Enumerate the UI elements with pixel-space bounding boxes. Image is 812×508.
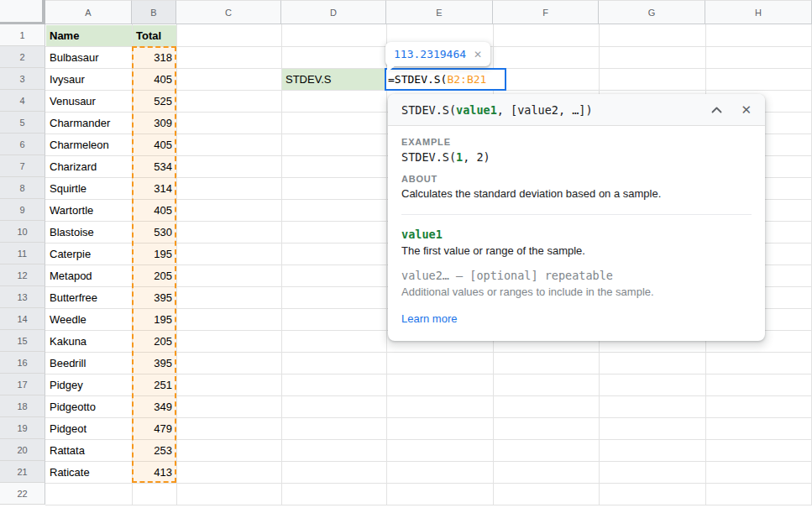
signature-arg1: value1 — [456, 103, 497, 117]
learn-more-link[interactable]: Learn more — [401, 312, 457, 325]
column-header-F[interactable]: F — [493, 0, 599, 24]
param2-name: value2… – [optional] repeatable — [401, 269, 752, 282]
cell-B5[interactable]: 309 — [133, 113, 176, 134]
cell-A14[interactable]: Weedle — [46, 309, 132, 330]
cell-A8[interactable]: Squirtle — [46, 178, 132, 199]
cell-A15[interactable]: Kakuna — [46, 331, 132, 352]
row-header-22[interactable]: 22 — [0, 483, 45, 505]
cell-A5[interactable]: Charmander — [46, 113, 132, 134]
cell-A4[interactable]: Venusaur — [46, 91, 132, 112]
row-header-16[interactable]: 16 — [0, 352, 45, 374]
cell-A3[interactable]: Ivysaur — [46, 69, 132, 90]
cell-A21[interactable]: Raticate — [46, 462, 132, 483]
row-header-15[interactable]: 15 — [0, 330, 45, 352]
cell-A16[interactable]: Beedrill — [46, 353, 132, 374]
cell-A9[interactable]: Wartortle — [46, 200, 132, 221]
formula-range-highlight — [132, 46, 176, 483]
cell-B13[interactable]: 395 — [133, 287, 176, 308]
cell-D3[interactable]: STDEV.S — [282, 69, 386, 90]
column-header-H[interactable]: H — [705, 0, 812, 24]
cell-A12[interactable]: Metapod — [46, 265, 132, 286]
row-header-11[interactable]: 11 — [0, 243, 45, 264]
example-code: STDEV.S(1, 2) — [401, 150, 752, 164]
cell-A1[interactable]: Name — [46, 25, 132, 46]
param2-description: Additional values or ranges to include i… — [401, 285, 752, 298]
cell-B12[interactable]: 205 — [133, 265, 176, 286]
row-header-10[interactable]: 10 — [0, 221, 45, 243]
cell-B18[interactable]: 349 — [133, 396, 176, 417]
column-header-G[interactable]: G — [599, 0, 705, 24]
cell-B15[interactable]: 205 — [133, 331, 176, 352]
cell-A6[interactable]: Charmeleon — [46, 134, 132, 155]
cell-B7[interactable]: 534 — [133, 156, 176, 177]
column-header-B[interactable]: B — [132, 0, 176, 24]
cell-B6[interactable]: 405 — [133, 134, 176, 155]
cell-B3[interactable]: 405 — [133, 69, 176, 90]
row-header-17[interactable]: 17 — [0, 374, 45, 395]
row-header-12[interactable]: 12 — [0, 264, 45, 286]
row-header-20[interactable]: 20 — [0, 439, 45, 461]
spreadsheet-app: { "sheet": { "column_letters": ["A", "B"… — [0, 0, 812, 508]
row-header-4[interactable]: 4 — [0, 90, 45, 112]
cell-B4[interactable]: 525 — [133, 91, 176, 112]
row-header-1[interactable]: 1 — [0, 24, 45, 46]
function-help-popup: STDEV.S(value1, [value2, …]) ✕ EXAMPLE S… — [388, 94, 765, 341]
gridline — [45, 505, 812, 505]
cell-A20[interactable]: Rattata — [46, 440, 132, 461]
cell-B11[interactable]: 195 — [133, 244, 176, 264]
row-header-8[interactable]: 8 — [0, 177, 45, 199]
formula-edit-cell[interactable]: =STDEV.S(B2:B21 — [385, 68, 506, 91]
row-header-2[interactable]: 2 — [0, 46, 45, 68]
row-header-21[interactable]: 21 — [0, 461, 45, 483]
tooltip-close-icon[interactable]: ✕ — [474, 49, 482, 60]
formula-result-value: 113.2319464 — [394, 48, 466, 60]
formula-prefix: =STDEV.S( — [388, 73, 447, 86]
cell-B16[interactable]: 395 — [133, 353, 176, 374]
row-header-3[interactable]: 3 — [0, 68, 45, 90]
about-text: Calculates the standard deviation based … — [401, 187, 752, 200]
cell-B21[interactable]: 413 — [133, 462, 176, 483]
row-header-14[interactable]: 14 — [0, 308, 45, 330]
select-all-corner[interactable] — [0, 0, 45, 24]
row-header-13[interactable]: 13 — [0, 286, 45, 308]
popup-close-icon[interactable]: ✕ — [741, 102, 752, 118]
row-header-6[interactable]: 6 — [0, 134, 45, 155]
column-header-E[interactable]: E — [386, 0, 493, 24]
cell-A2[interactable]: Bulbasaur — [46, 47, 132, 68]
cell-A7[interactable]: Charizard — [46, 156, 132, 177]
param1-description: The first value or range of the sample. — [401, 244, 752, 257]
row-header-7[interactable]: 7 — [0, 155, 45, 177]
formula-result-tooltip: 113.2319464 ✕ — [385, 42, 490, 66]
param1-name: value1 — [401, 228, 752, 241]
cell-B9[interactable]: 405 — [133, 200, 176, 221]
cell-B19[interactable]: 479 — [133, 418, 176, 439]
cell-A19[interactable]: Pidgeot — [46, 418, 132, 439]
cell-B14[interactable]: 195 — [133, 309, 176, 330]
cell-A13[interactable]: Butterfree — [46, 287, 132, 308]
row-header-9[interactable]: 9 — [0, 199, 45, 221]
column-header-D[interactable]: D — [281, 0, 386, 24]
function-help-header: STDEV.S(value1, [value2, …]) ✕ — [388, 94, 765, 126]
cell-B1[interactable]: Total — [133, 25, 176, 46]
collapse-chevron-up-icon[interactable] — [711, 107, 722, 113]
cell-B8[interactable]: 314 — [133, 178, 176, 199]
row-header-18[interactable]: 18 — [0, 395, 45, 417]
cell-A18[interactable]: Pidgeotto — [46, 396, 132, 417]
column-header-C[interactable]: C — [176, 0, 281, 24]
cell-B10[interactable]: 530 — [133, 222, 176, 243]
cell-A11[interactable]: Caterpie — [46, 244, 132, 264]
cell-B17[interactable]: 251 — [133, 374, 176, 395]
formula-range-ref: B2:B21 — [447, 73, 486, 86]
cell-A17[interactable]: Pidgey — [46, 374, 132, 395]
column-header-A[interactable]: A — [45, 0, 132, 24]
about-label: ABOUT — [401, 174, 752, 184]
row-header-19[interactable]: 19 — [0, 417, 45, 439]
cell-B20[interactable]: 253 — [133, 440, 176, 461]
cell-A10[interactable]: Blastoise — [46, 222, 132, 243]
gridline — [45, 483, 812, 484]
example-label: EXAMPLE — [401, 137, 752, 147]
function-help-body: EXAMPLE STDEV.S(1, 2) ABOUT Calculates t… — [388, 126, 765, 341]
popup-divider — [401, 214, 752, 215]
row-header-5[interactable]: 5 — [0, 112, 45, 134]
cell-B2[interactable]: 318 — [133, 47, 176, 68]
